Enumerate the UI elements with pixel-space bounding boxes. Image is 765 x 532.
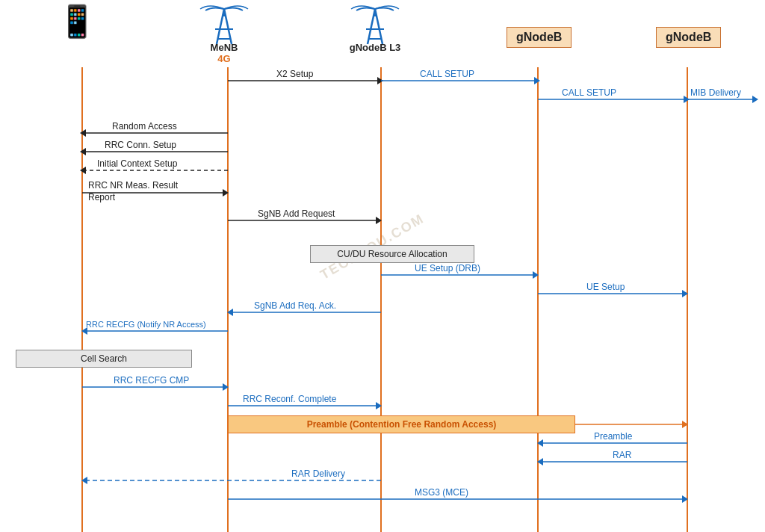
gnodeb1-box: gNodeB [507,27,572,48]
svg-text:SgNB Add Req. Ack.: SgNB Add Req. Ack. [254,300,336,311]
svg-text:RRC RECFG CMP: RRC RECFG CMP [114,375,189,386]
svg-marker-18 [80,129,86,137]
svg-marker-27 [223,189,229,197]
cell-search-box: Cell Search [16,350,192,368]
ue-icon: 📱 [58,6,96,37]
arrows-layer: X2 Setup CALL SETUP CALL SETUP MIB Deliv… [0,0,765,532]
svg-marker-6 [377,77,383,84]
svg-marker-15 [752,96,758,103]
svg-text:CALL SETUP: CALL SETUP [420,69,474,79]
menb-sublabel: 4G [217,53,230,64]
svg-marker-37 [682,290,688,297]
actor-gnodeb-l3: gNodeB L3 [345,3,405,53]
svg-text:UE Setup: UE Setup [586,282,625,292]
svg-marker-54 [537,439,543,447]
svg-marker-46 [223,383,229,391]
svg-marker-9 [534,77,540,84]
svg-marker-63 [682,495,688,503]
actor-ue: 📱 [58,6,96,37]
svg-text:MIB Delivery: MIB Delivery [690,87,741,98]
actor-gnodeb1: gNodeB [507,21,572,48]
gnodeb-l3-tower-icon [345,3,405,48]
cudu-box: CU/DU Resource Allocation [310,245,474,263]
svg-text:RRC Conn. Setup: RRC Conn. Setup [105,140,176,150]
gnodeb2-box: gNodeB [656,27,721,48]
svg-marker-57 [537,458,543,466]
svg-text:MSG3 (MCE): MSG3 (MCE) [415,487,468,498]
svg-text:Preamble: Preamble [594,431,633,442]
menb-label: MeNB [211,42,238,53]
svg-text:Report: Report [88,192,116,202]
svg-text:CALL SETUP: CALL SETUP [562,87,616,98]
svg-text:X2 Setup: X2 Setup [276,69,314,79]
svg-marker-49 [376,402,382,409]
svg-marker-12 [684,96,690,103]
svg-text:Initial Context Setup: Initial Context Setup [97,158,178,169]
svg-marker-60 [81,477,87,484]
svg-text:SgNB Add Request: SgNB Add Request [258,208,335,219]
svg-marker-40 [227,309,233,316]
preamble-cfra-box: Preamble (Contention Free Random Access) [228,415,575,433]
svg-marker-52 [682,421,688,428]
svg-text:RAR Delivery: RAR Delivery [291,468,345,479]
svg-text:UE Setup (DRB): UE Setup (DRB) [415,263,480,273]
menb-tower-icon [194,3,254,48]
svg-text:Random Access: Random Access [112,121,177,132]
diagram: TECHPOU.COM X2 Setup CALL SETUP CALL SET… [0,0,765,532]
svg-marker-31 [376,217,382,224]
gnodeb-l3-label: gNodeB L3 [350,42,401,53]
actor-menb: MeNB 4G [194,3,254,64]
svg-text:RRC RECFG (Notify NR Access): RRC RECFG (Notify NR Access) [86,320,206,329]
svg-marker-34 [533,271,539,279]
svg-marker-24 [80,167,86,174]
svg-marker-21 [80,148,86,155]
actor-gnodeb2: gNodeB [656,21,721,48]
svg-text:RRC Reconf. Complete: RRC Reconf. Complete [243,394,337,404]
svg-marker-43 [81,327,87,335]
svg-text:RAR: RAR [613,450,632,460]
svg-text:RRC NR Meas. Result: RRC NR Meas. Result [88,180,179,191]
